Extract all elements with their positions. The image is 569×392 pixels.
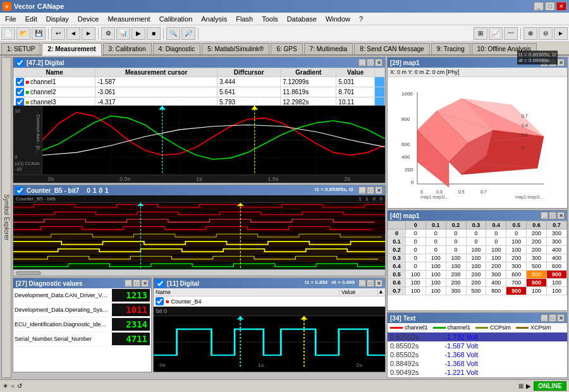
toolbar-save[interactable]: 💾 (32, 27, 46, 40)
tab-diagnostic[interactable]: 4: Diagnostic (153, 43, 201, 54)
panel-maximize[interactable]: □ (367, 59, 374, 66)
d11-cls[interactable]: ✕ (375, 279, 382, 287)
diag-min[interactable]: _ (125, 279, 132, 287)
d11-min[interactable]: _ (358, 279, 366, 287)
toolbar: 📄 📂 💾 ↩ ◄ ► ⚙ 📊 ▶ ■ 🔍 🔎 ⊞ 📈 〰 ⊕ ⊖ ► (0, 25, 569, 42)
counter-controls[interactable]: _ □ ✕ (358, 187, 382, 194)
toolbar-cal[interactable]: 📊 (116, 27, 130, 40)
diag-cls[interactable]: ✕ (141, 279, 149, 287)
map40-min[interactable]: _ (541, 212, 548, 219)
map40-max[interactable]: □ (549, 212, 556, 219)
toolbar-zoom-ctrl2[interactable]: ⊖ (539, 27, 553, 40)
svg-marker-9 (159, 106, 166, 110)
panel-minimize[interactable]: _ (358, 59, 366, 66)
map1-cls[interactable]: ✕ (557, 59, 565, 66)
diag-max[interactable]: □ (133, 279, 140, 287)
toolbar-chart[interactable]: 📈 (489, 27, 503, 40)
tab-measurement[interactable]: 2: Measurement (42, 43, 101, 56)
menu-device[interactable]: Device (74, 14, 103, 24)
menu-calibration[interactable]: Calibration (156, 14, 197, 24)
toolbar-back[interactable]: ◄ (66, 27, 80, 40)
close-button[interactable]: ✕ (556, 2, 566, 11)
digital-panel-check[interactable] (16, 59, 24, 67)
toolbar-fwd[interactable]: ► (82, 27, 95, 40)
menu-display[interactable]: Display (42, 14, 73, 24)
svg-text:0: 0 (522, 145, 524, 150)
panel-max2[interactable]: □ (367, 187, 374, 194)
menu-tools[interactable]: Tools (258, 14, 282, 24)
h-scrollbar[interactable] (13, 269, 385, 276)
ch2-name: channel2 (30, 89, 56, 95)
d11-row-check[interactable] (156, 297, 164, 305)
d11-check[interactable] (156, 279, 164, 288)
toolbar-measure[interactable]: ⚙ (101, 27, 115, 40)
digital-panel-controls[interactable]: _ □ ✕ (358, 59, 382, 66)
text-cls[interactable]: ✕ (557, 314, 565, 322)
toolbar-zoom-out[interactable]: 🔎 (181, 27, 195, 40)
d11-max[interactable]: □ (367, 279, 374, 287)
status-icon-play: ▶ (526, 383, 531, 389)
menu-flash[interactable]: Flash (232, 14, 257, 24)
map40-row-04: 0.4 0100100 100200300 500600 (388, 262, 567, 271)
tab-setup[interactable]: 1: SETUP (1, 43, 40, 54)
tab-tracing[interactable]: 9: Tracing (431, 43, 470, 54)
counter-val0: 0 (87, 187, 90, 194)
title-bar-controls[interactable]: _ □ ✕ (534, 2, 566, 11)
tab-gps[interactable]: 6: GPS (271, 43, 302, 54)
menu-analysis[interactable]: Analysis (197, 14, 231, 24)
text-min[interactable]: _ (541, 314, 548, 322)
toolbar-grid[interactable]: ⊞ (474, 27, 487, 40)
menu-file[interactable]: File (1, 14, 20, 24)
panel-min2[interactable]: _ (358, 187, 366, 194)
menu-edit[interactable]: Edit (21, 14, 41, 24)
map40-row-02: 0.2 000 100100100 200400 (388, 246, 567, 254)
d11-controls[interactable]: _ □ ✕ (358, 279, 382, 287)
diag-controls[interactable]: _ □ ✕ (125, 279, 149, 287)
panel-cls2[interactable]: ✕ (375, 187, 382, 194)
menu-window[interactable]: Window (322, 14, 354, 24)
minimize-button[interactable]: _ (534, 2, 544, 11)
text-row-4: 0.90492s -1.221 Volt (388, 368, 567, 377)
toolbar-open[interactable]: 📂 (16, 27, 30, 40)
ch2-check[interactable] (16, 88, 24, 96)
ch3-check[interactable] (16, 98, 24, 106)
text-max[interactable]: □ (549, 314, 556, 322)
map1-panel: [29] map1 _ □ ✕ X: 0 m Y: 0 m Z: 0 cm [P… (387, 57, 568, 209)
y-min: -10 (15, 166, 40, 172)
app-icon: V (3, 2, 11, 11)
toolbar-new[interactable]: 📄 (1, 27, 15, 40)
panel-close[interactable]: ✕ (375, 59, 382, 66)
toolbar-stop[interactable]: ■ (147, 27, 161, 40)
symbol-explorer-tab[interactable]: Symbol Explorer (1, 57, 11, 378)
map40-panel: [40] map1 _ □ ✕ 0 0.1 0.2 0.3 (387, 210, 568, 311)
counter-check[interactable] (16, 187, 24, 195)
maximize-button[interactable]: □ (545, 2, 555, 11)
tab-multimedia[interactable]: 7: Multimedia (304, 43, 353, 54)
legend-xcp: XCPsim (516, 324, 551, 331)
scroll-thumb[interactable] (16, 271, 41, 275)
toolbar-wave[interactable]: 〰 (504, 27, 518, 40)
y-mid: 0 (15, 154, 40, 160)
ch1-check[interactable] (16, 78, 24, 86)
toolbar-zoom-ctrl1[interactable]: ⊕ (523, 27, 537, 40)
tab-matlab[interactable]: 5: Matlab/Simulink® (202, 43, 269, 54)
toolbar-start[interactable]: ▶ (132, 27, 145, 40)
digital-panel: [47.2] Digital _ □ ✕ Name Measurement cu… (13, 57, 386, 183)
map40-cls[interactable]: ✕ (557, 212, 565, 219)
map40-row-07: 0.7 100100300 500800900 100100 (388, 287, 567, 295)
toolbar-arrow[interactable]: ► (554, 27, 568, 40)
menu-help[interactable]: ? (355, 14, 367, 24)
d11-scrollbar-h[interactable]: ▲ (377, 288, 385, 296)
menu-measurement[interactable]: Measurement (104, 14, 154, 24)
svg-text:0: 0 (411, 180, 414, 185)
text-panel-header: [34] Text _ □ ✕ (388, 313, 567, 323)
tab-can[interactable]: 8: Send CAN Message (354, 43, 430, 54)
toolbar-undo[interactable]: ↩ (51, 27, 65, 40)
menu-database[interactable]: Database (283, 14, 321, 24)
diag-row-1: Development_Data.Operating_System_Versio… (13, 303, 151, 317)
toolbar-zoom-in[interactable]: 🔍 (166, 27, 180, 40)
text-row-3: 0.88492s -1.368 Volt (388, 359, 567, 368)
tab-calibration[interactable]: 3: Calibration (103, 43, 152, 54)
map40-controls[interactable]: _ □ ✕ (541, 212, 565, 219)
text-controls[interactable]: _ □ ✕ (541, 314, 565, 322)
